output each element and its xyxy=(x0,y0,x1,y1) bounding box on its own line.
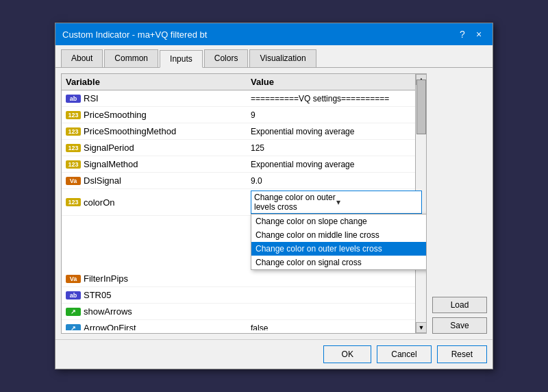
table-container: Variable Value ab RSI ==========VQ setti… xyxy=(61,73,427,334)
title-bar-buttons: ? × xyxy=(456,27,486,41)
table-row: 123 PriceSmoothing 9 xyxy=(62,107,426,123)
table-row: ab RSI ==========VQ settings========== xyxy=(62,90,426,107)
badge-va: Va xyxy=(66,275,81,283)
variable-label: RSI xyxy=(84,93,99,103)
table-row: ↗ showArrows xyxy=(62,304,426,320)
bottom-buttons-bar: OK Cancel Reset xyxy=(55,339,493,369)
dropdown-list: Change color on slope change Change colo… xyxy=(251,214,426,270)
variable-label: FilterInPips xyxy=(84,273,128,284)
value-cell-dropdown: Change color on outer levels cross ▾ Cha… xyxy=(251,191,422,214)
ok-button[interactable]: OK xyxy=(323,345,371,363)
value-cell: ==========VQ settings========== xyxy=(251,94,422,103)
badge-ab: ab xyxy=(66,95,81,103)
value-cell: 9.0 xyxy=(251,176,422,186)
value-cell: 9 xyxy=(251,110,422,120)
badge-123: 123 xyxy=(66,127,81,136)
badge-va: Va xyxy=(66,177,81,185)
help-button[interactable]: ? xyxy=(456,27,469,41)
badge-123: 123 xyxy=(66,111,81,119)
value-cell: false xyxy=(251,323,422,331)
content-area: Variable Value ab RSI ==========VQ setti… xyxy=(55,68,493,339)
close-button[interactable]: × xyxy=(472,27,486,41)
variable-label: colorOn xyxy=(84,197,115,208)
table-body: ab RSI ==========VQ settings========== 1… xyxy=(62,90,426,330)
tabs-bar: About Common Inputs Colors Visualization xyxy=(55,45,493,68)
value-cell: Exponential moving average xyxy=(251,160,422,169)
table-row: 123 SignalPeriod 125 xyxy=(62,140,426,156)
tab-about[interactable]: About xyxy=(61,49,103,67)
side-buttons-panel: Load Save xyxy=(427,73,487,334)
dropdown-item[interactable]: Change color on signal cross xyxy=(251,256,426,269)
badge-ab: ab xyxy=(66,291,81,299)
coloron-dropdown-trigger[interactable]: Change color on outer levels cross ▾ xyxy=(251,191,422,214)
dialog: Custom Indicator - ma+VQ filtered bt ? ×… xyxy=(55,23,493,369)
table-row: Va DslSignal 9.0 xyxy=(62,173,426,189)
col-variable-header: Variable xyxy=(66,77,251,87)
dropdown-selected-value: Change color on outer levels cross xyxy=(254,193,336,212)
cancel-button[interactable]: Cancel xyxy=(377,345,431,363)
variable-label: PriceSmoothingMethod xyxy=(84,126,176,136)
table-row: 123 colorOn Change color on outer levels… xyxy=(62,189,426,216)
table-row: 123 PriceSmoothingMethod Exponential mov… xyxy=(62,123,426,140)
tab-visualization[interactable]: Visualization xyxy=(249,49,316,67)
title-bar: Custom Indicator - ma+VQ filtered bt ? × xyxy=(55,23,493,45)
dropdown-item[interactable]: Change color on slope change xyxy=(251,215,426,228)
dropdown-item[interactable]: Change color on middle line cross xyxy=(251,228,426,242)
variable-label: PriceSmoothing xyxy=(84,110,147,120)
main-area: Variable Value ab RSI ==========VQ setti… xyxy=(61,73,487,334)
table-row: ↗ ArrowOnFirst false xyxy=(62,320,426,330)
tab-common[interactable]: Common xyxy=(104,49,158,67)
reset-button[interactable]: Reset xyxy=(437,345,487,363)
save-button[interactable]: Save xyxy=(432,317,487,334)
tab-colors[interactable]: Colors xyxy=(204,49,249,67)
variable-label: showArrows xyxy=(84,306,132,317)
variable-label: SignalMethod xyxy=(84,159,138,169)
col-value-header: Value xyxy=(251,77,422,87)
value-cell: 125 xyxy=(251,143,422,153)
table-header: Variable Value xyxy=(62,74,426,90)
variable-label: STR05 xyxy=(84,290,111,300)
badge-123: 123 xyxy=(66,160,81,169)
badge-arrow-green: ↗ xyxy=(66,308,81,316)
table-wrapper: Variable Value ab RSI ==========VQ setti… xyxy=(61,73,427,334)
badge-123: 123 xyxy=(66,198,81,206)
badge-arrow-blue: ↗ xyxy=(66,324,81,331)
table-row: Va FilterInPips xyxy=(62,271,426,287)
dropdown-item-selected[interactable]: Change color on outer levels cross xyxy=(251,242,426,256)
table-row: 123 SignalMethod Exponential moving aver… xyxy=(62,156,426,173)
scroll-down-button[interactable]: ▼ xyxy=(416,322,427,333)
table-row: ab STR05 xyxy=(62,287,426,304)
variable-label: ArrowOnFirst xyxy=(84,323,136,330)
variable-label: DslSignal xyxy=(84,175,121,186)
tab-inputs[interactable]: Inputs xyxy=(160,50,203,68)
variable-label: SignalPeriod xyxy=(84,143,134,153)
coloron-dropdown-container: Change color on outer levels cross ▾ Cha… xyxy=(251,191,422,214)
dialog-title: Custom Indicator - ma+VQ filtered bt xyxy=(62,29,207,40)
value-cell: Exponential moving average xyxy=(251,127,422,136)
scroll-thumb[interactable] xyxy=(416,79,426,134)
chevron-down-icon: ▾ xyxy=(336,197,419,207)
load-button[interactable]: Load xyxy=(432,297,487,313)
badge-123: 123 xyxy=(66,144,81,152)
